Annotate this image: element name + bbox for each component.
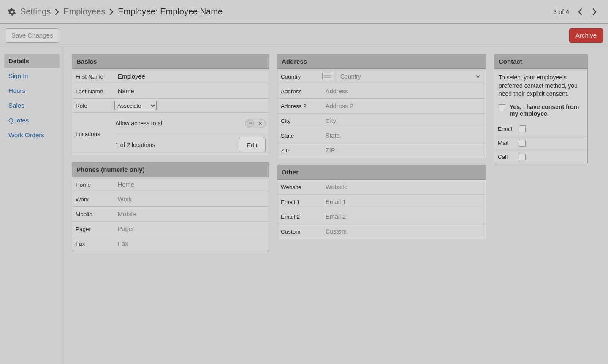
breadcrumb: Settings Employees Employee: Employee Na… (8, 7, 223, 16)
flag-placeholder-icon (322, 73, 333, 80)
locations-label: Locations (72, 113, 112, 155)
contact-mail-label: Mail (494, 137, 517, 149)
panel-basics-header: Basics (72, 54, 269, 69)
content-body: Details Sign In Hours Sales Quotes Work … (0, 47, 608, 364)
phone-pager-label: Pager (72, 223, 112, 235)
role-select[interactable]: Associate (114, 101, 157, 110)
custom-label: Custom (277, 226, 320, 237)
contact-email-checkbox[interactable] (519, 125, 526, 132)
role-label: Role (72, 100, 112, 111)
phone-fax-label: Fax (72, 238, 112, 250)
chevron-right-icon (109, 9, 114, 15)
state-input[interactable] (322, 130, 483, 141)
breadcrumb-current: Employee: Employee Name (118, 7, 223, 16)
panel-address-header: Address (277, 54, 486, 69)
panel-basics: Basics First Name Last Name Role (72, 54, 269, 155)
allow-access-label: Allow access to all (115, 120, 163, 127)
sidebar-item-hours[interactable]: Hours (4, 84, 60, 98)
chevron-right-icon (55, 9, 59, 15)
phone-pager-input[interactable] (114, 223, 266, 234)
action-bar: Save Changes Archive (0, 24, 608, 47)
country-label: Country (277, 71, 320, 82)
pager-prev-button[interactable] (574, 6, 586, 18)
zip-label: ZIP (277, 145, 320, 156)
email2-label: Email 2 (277, 211, 320, 223)
archive-button[interactable]: Archive (569, 28, 603, 43)
consent-checkbox[interactable] (499, 104, 505, 111)
allow-access-toggle[interactable]: ••• ✕ (245, 119, 266, 128)
toggle-knob-icon: ••• (247, 120, 254, 127)
email1-input[interactable] (322, 196, 483, 207)
toggle-off-icon: ✕ (258, 121, 263, 126)
save-changes-button[interactable]: Save Changes (5, 28, 59, 43)
phone-home-label: Home (72, 179, 112, 190)
address-input[interactable] (322, 86, 483, 97)
sidebar-item-sign-in[interactable]: Sign In (4, 69, 60, 83)
contact-mail-checkbox[interactable] (519, 140, 526, 147)
city-label: City (277, 115, 320, 127)
pager-next-button[interactable] (589, 6, 600, 18)
website-input[interactable] (322, 182, 483, 193)
sidebar-item-work-orders[interactable]: Work Orders (4, 128, 60, 142)
website-label: Website (277, 182, 320, 193)
breadcrumb-employees[interactable]: Employees (63, 7, 105, 16)
phone-fax-input[interactable] (114, 238, 266, 249)
phone-work-label: Work (72, 194, 112, 205)
edit-locations-button[interactable]: Edit (239, 138, 266, 152)
panel-other-header: Other (277, 165, 486, 180)
first-name-label: First Name (72, 71, 112, 82)
sidebar-item-quotes[interactable]: Quotes (4, 113, 60, 127)
panel-phones: Phones (numeric only) Home Work Mobile (72, 162, 269, 251)
locations-summary: 1 of 2 locations (115, 141, 155, 148)
top-bar: Settings Employees Employee: Employee Na… (0, 0, 608, 24)
sidebar: Details Sign In Hours Sales Quotes Work … (0, 47, 64, 364)
first-name-input[interactable] (114, 71, 266, 82)
panel-address: Address Country Country (277, 54, 486, 158)
country-select-placeholder: Country (340, 73, 361, 80)
address-label: Address (277, 86, 320, 97)
chevron-down-icon (476, 73, 480, 80)
phone-mobile-input[interactable] (114, 209, 266, 220)
address2-input[interactable] (322, 101, 483, 111)
panel-phones-header: Phones (numeric only) (72, 163, 269, 177)
pager-position: 3 of 4 (553, 8, 569, 15)
address2-label: Address 2 (277, 101, 320, 112)
contact-call-checkbox[interactable] (519, 154, 526, 160)
contact-email-label: Email (494, 123, 517, 135)
gear-icon (8, 8, 16, 16)
zip-input[interactable] (322, 145, 483, 156)
city-input[interactable] (322, 115, 483, 126)
panel-other: Other Website Email 1 Email 2 (277, 165, 486, 239)
breadcrumb-settings[interactable]: Settings (20, 7, 51, 16)
phone-mobile-label: Mobile (72, 209, 112, 220)
panel-contact: Contact To select your employee's prefer… (494, 54, 588, 164)
phone-home-input[interactable] (114, 179, 266, 190)
sidebar-item-details[interactable]: Details (4, 54, 60, 68)
email1-label: Email 1 (277, 196, 320, 208)
contact-blurb: To select your employee's preferred cont… (494, 69, 587, 101)
sidebar-list: Details Sign In Hours Sales Quotes Work … (0, 54, 64, 142)
consent-label: Yes, I have consent from my employee. (510, 103, 583, 117)
phone-work-input[interactable] (114, 194, 266, 205)
email2-input[interactable] (322, 211, 483, 222)
last-name-input[interactable] (114, 86, 266, 97)
panel-contact-header: Contact (494, 54, 587, 69)
country-select[interactable]: Country (337, 71, 483, 82)
sidebar-item-sales[interactable]: Sales (4, 98, 60, 112)
main-area: Basics First Name Last Name Role (64, 47, 608, 364)
state-label: State (277, 130, 320, 141)
custom-input[interactable] (322, 226, 483, 237)
record-pager: 3 of 4 (553, 6, 600, 18)
contact-call-label: Call (494, 151, 517, 163)
last-name-label: Last Name (72, 86, 112, 97)
